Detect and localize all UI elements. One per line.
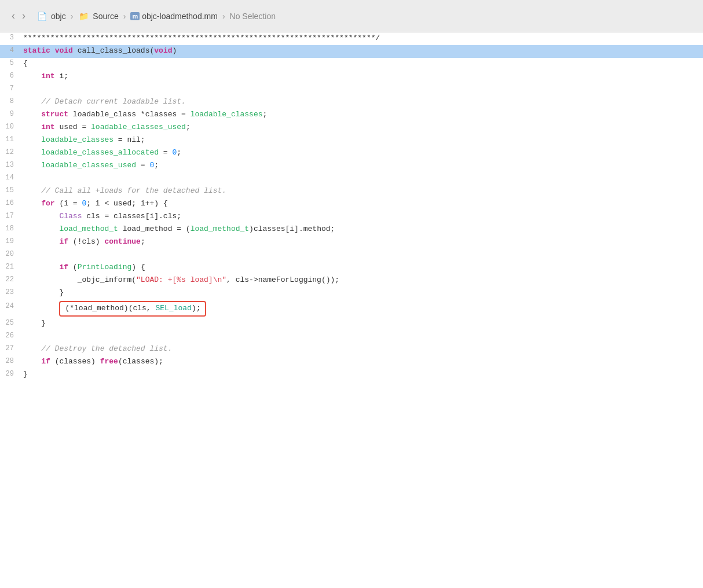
- line-content: if (!cls) continue;: [21, 236, 703, 248]
- table-row: 4 static void call_class_loads(void): [0, 45, 703, 58]
- table-row: 10 int used = loadable_classes_used;: [0, 122, 703, 134]
- line-number: 11: [0, 134, 21, 145]
- line-content: for (i = 0; i < used; i++) {: [21, 198, 703, 210]
- line-number: 6: [0, 71, 21, 82]
- table-row: 23 }: [0, 287, 703, 300]
- line-content: [21, 330, 703, 343]
- line-content: ****************************************…: [21, 32, 703, 45]
- line-number: 22: [0, 274, 21, 285]
- breadcrumb-file[interactable]: m objc-loadmethod.mm: [130, 12, 218, 21]
- table-row: 25 }: [0, 318, 703, 330]
- code-container: 3 **************************************…: [0, 32, 703, 381]
- line-content: // Call all +loads for the detached list…: [21, 185, 703, 197]
- breadcrumb-source[interactable]: 📁 Source: [78, 10, 118, 22]
- line-content: }: [21, 287, 703, 299]
- table-row: 28 if (classes) free(classes);: [0, 356, 703, 369]
- line-number: 29: [0, 369, 21, 380]
- table-row: 9 struct loadable_class *classes = loada…: [0, 109, 703, 122]
- line-content: }: [21, 369, 703, 381]
- table-row: 21 if (PrintLoading) {: [0, 262, 703, 274]
- line-content: loadable_classes = nil;: [21, 134, 703, 146]
- table-row: 12 loadable_classes_allocated = 0;: [0, 147, 703, 160]
- nav-arrows: ‹ ›: [9, 9, 28, 23]
- line-number: 15: [0, 185, 21, 196]
- selection-label: No Selection: [230, 12, 276, 21]
- line-content: [21, 249, 703, 261]
- line-number: 5: [0, 58, 21, 69]
- table-row: 19 if (!cls) continue;: [0, 236, 703, 249]
- file-name: objc-loadmethod.mm: [142, 12, 218, 21]
- table-row: 27 // Destroy the detached list.: [0, 343, 703, 356]
- table-row: 7: [0, 83, 703, 96]
- project-icon: 📄: [36, 10, 47, 22]
- breadcrumb-bar: ‹ › 📄 objc › 📁 Source › m objc-loadmetho…: [0, 0, 703, 32]
- line-content: int i;: [21, 71, 703, 83]
- line-content: // Detach current loadable list.: [21, 96, 703, 108]
- table-row: 6 int i;: [0, 71, 703, 83]
- table-row: 17 Class cls = classes[i].cls;: [0, 211, 703, 223]
- line-content: static void call_class_loads(void): [21, 45, 703, 57]
- line-content: if (PrintLoading) {: [21, 262, 703, 274]
- line-content: {: [21, 58, 703, 70]
- table-row: 22 _objc_inform("LOAD: +[%s load]\n", cl…: [0, 274, 703, 287]
- table-row: 29 }: [0, 369, 703, 381]
- table-row: 26: [0, 330, 703, 343]
- separator-1: ›: [71, 12, 74, 21]
- table-row: 20: [0, 249, 703, 262]
- table-row: 24 (*load_method)(cls, SEL_load);: [0, 300, 703, 318]
- line-number: 10: [0, 122, 21, 133]
- line-number: 23: [0, 287, 21, 298]
- line-number: 26: [0, 330, 21, 341]
- table-row: 15 // Call all +loads for the detached l…: [0, 185, 703, 198]
- file-type-icon: m: [130, 12, 140, 20]
- line-content: load_method_t load_method = (load_method…: [21, 223, 703, 236]
- table-row: 16 for (i = 0; i < used; i++) {: [0, 198, 703, 211]
- breadcrumb-project[interactable]: 📄 objc: [36, 10, 66, 22]
- table-row: 13 loadable_classes_used = 0;: [0, 160, 703, 172]
- table-row: 5 {: [0, 58, 703, 71]
- line-content: (*load_method)(cls, SEL_load);: [21, 301, 703, 317]
- project-name: objc: [51, 12, 66, 21]
- line-content: struct loadable_class *classes = loadabl…: [21, 109, 703, 121]
- table-row: 18 load_method_t load_method = (load_met…: [0, 223, 703, 236]
- line-number: 7: [0, 83, 21, 94]
- main-window: ‹ › 📄 objc › 📁 Source › m objc-loadmetho…: [0, 0, 703, 588]
- line-number: 14: [0, 172, 21, 183]
- line-number: 25: [0, 318, 21, 329]
- line-number: 4: [0, 45, 21, 56]
- line-number: 27: [0, 343, 21, 354]
- line-number: 16: [0, 198, 21, 209]
- line-number: 17: [0, 211, 21, 222]
- line-content: Class cls = classes[i].cls;: [21, 211, 703, 223]
- line-number: 20: [0, 249, 21, 260]
- code-editor[interactable]: 3 **************************************…: [0, 32, 703, 588]
- line-content: _objc_inform("LOAD: +[%s load]\n", cls->…: [21, 274, 703, 286]
- line-number: 12: [0, 147, 21, 158]
- forward-button[interactable]: ›: [20, 9, 28, 23]
- line-content: int used = loadable_classes_used;: [21, 122, 703, 134]
- source-folder-name: Source: [93, 12, 118, 21]
- line-number: 19: [0, 236, 21, 247]
- line-number: 13: [0, 160, 21, 171]
- line-content: [21, 83, 703, 95]
- line-number: 3: [0, 32, 21, 43]
- line-content: loadable_classes_allocated = 0;: [21, 147, 703, 159]
- line-content: }: [21, 318, 703, 330]
- folder-icon: 📁: [78, 10, 89, 22]
- back-button[interactable]: ‹: [9, 9, 17, 23]
- line-content: [21, 172, 703, 185]
- line-content: loadable_classes_used = 0;: [21, 160, 703, 172]
- line-content: // Destroy the detached list.: [21, 343, 703, 355]
- line-number: 8: [0, 96, 21, 107]
- line-number: 18: [0, 223, 21, 234]
- line-number: 24: [0, 301, 21, 312]
- line-content: if (classes) free(classes);: [21, 356, 703, 368]
- line-number: 28: [0, 356, 21, 367]
- line-number: 21: [0, 262, 21, 273]
- table-row: 3 **************************************…: [0, 32, 703, 45]
- line-number: 9: [0, 109, 21, 120]
- table-row: 14: [0, 172, 703, 185]
- separator-3: ›: [222, 12, 225, 21]
- table-row: 8 // Detach current loadable list.: [0, 96, 703, 109]
- separator-2: ›: [123, 12, 126, 21]
